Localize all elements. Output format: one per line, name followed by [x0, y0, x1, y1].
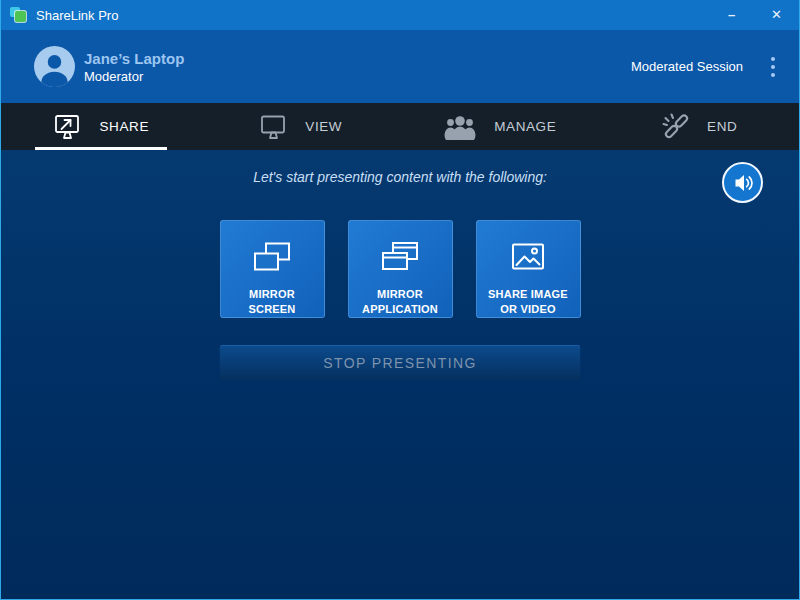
session-header: Jane’s Laptop Moderator Moderated Sessio…	[1, 30, 799, 103]
role-label: Moderator	[84, 68, 631, 85]
image-icon	[506, 238, 550, 277]
titlebar-left: ShareLink Pro	[10, 6, 118, 24]
app-window: ShareLink Pro – ✕ Jane’s Laptop Moderato…	[0, 0, 800, 600]
audio-mute-button[interactable]	[722, 162, 763, 203]
share-panel: Let's start presenting content with the …	[1, 150, 799, 599]
identity-block: Jane’s Laptop Moderator	[84, 49, 631, 85]
share-image-video-label: SHARE IMAGE OR VIDEO	[480, 287, 576, 317]
logo-green-square	[15, 11, 26, 22]
mirror-application-button[interactable]: MIRROR APPLICATION	[348, 220, 453, 318]
speaker-icon	[731, 171, 755, 195]
main-nav: SHARE VIEW	[1, 103, 799, 150]
people-icon	[443, 114, 477, 140]
monitor-icon	[258, 112, 288, 142]
instruction-text: Let's start presenting content with the …	[1, 169, 799, 185]
tab-manage-label: MANAGE	[494, 119, 556, 134]
share-buttons-row: MIRROR SCREEN MIRROR APPLICATION	[1, 220, 799, 318]
mirror-screen-button[interactable]: MIRROR SCREEN	[220, 220, 325, 318]
broken-link-icon	[661, 112, 690, 141]
kebab-menu-icon[interactable]	[769, 53, 777, 81]
mirror-application-label: MIRROR APPLICATION	[352, 287, 448, 317]
mirror-screen-icon	[250, 238, 294, 277]
window-title: ShareLink Pro	[36, 8, 118, 23]
stop-presenting-button[interactable]: STOP PRESENTING	[220, 345, 581, 380]
person-icon	[34, 46, 75, 87]
tab-end[interactable]: END	[600, 103, 800, 150]
header-right: Moderated Session	[631, 53, 777, 81]
window-controls: – ✕	[709, 0, 799, 30]
avatar	[34, 46, 75, 87]
tab-share[interactable]: SHARE	[1, 103, 201, 150]
mirror-application-icon	[378, 238, 422, 277]
share-image-video-button[interactable]: SHARE IMAGE OR VIDEO	[476, 220, 581, 318]
tab-view-label: VIEW	[305, 119, 342, 134]
tab-share-label: SHARE	[99, 119, 149, 134]
tab-manage[interactable]: MANAGE	[400, 103, 600, 150]
tab-end-label: END	[707, 119, 737, 134]
mirror-screen-label: MIRROR SCREEN	[224, 287, 320, 317]
share-screen-icon	[52, 112, 82, 142]
tab-view[interactable]: VIEW	[201, 103, 401, 150]
session-type-label: Moderated Session	[631, 59, 743, 74]
app-logo-icon	[10, 6, 28, 24]
titlebar: ShareLink Pro – ✕	[1, 0, 799, 30]
minimize-button[interactable]: –	[709, 0, 754, 30]
device-name: Jane’s Laptop	[84, 49, 631, 68]
close-button[interactable]: ✕	[754, 0, 799, 30]
